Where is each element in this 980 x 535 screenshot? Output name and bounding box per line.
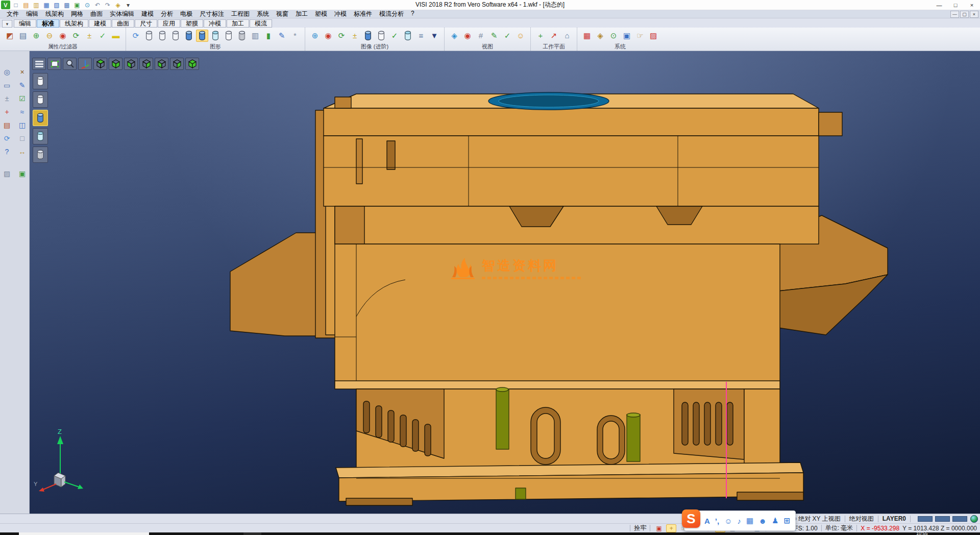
regen-icon[interactable]: ⟳ <box>130 30 142 42</box>
measure-icon[interactable]: ↔ <box>16 146 29 157</box>
preview-icon[interactable]: ⊙ <box>83 1 92 9</box>
style-shaded-edges-icon[interactable] <box>196 30 208 42</box>
style-transparent-icon[interactable] <box>209 30 222 42</box>
lock-label[interactable]: 拴牢 <box>634 524 646 532</box>
view-fit-icon[interactable] <box>47 58 61 70</box>
minimize-button[interactable]: — <box>931 0 947 10</box>
mode-wireframe-icon[interactable] <box>33 73 48 89</box>
style-flat-icon[interactable] <box>223 30 235 42</box>
mdi-restore-button[interactable]: ▢ <box>960 11 969 18</box>
view-traffic-light-icon[interactable]: ◉ <box>461 30 474 42</box>
hide-entities-icon[interactable]: ⊖ <box>43 30 56 42</box>
save-as-icon[interactable]: ▧ <box>52 1 61 9</box>
tab-9[interactable]: 冲模 <box>204 19 226 28</box>
menu-item-15[interactable]: 塑模 <box>311 10 331 18</box>
visibility-refresh-icon[interactable]: ⟳ <box>70 30 82 42</box>
confirm-selection-icon[interactable]: ☑ <box>16 93 29 104</box>
menu-item-6[interactable]: 实体编辑 <box>106 10 138 18</box>
voice-input-icon[interactable]: ♪ <box>738 517 742 525</box>
view-verify-icon[interactable]: ✓ <box>501 30 513 42</box>
menu-item-5[interactable]: 曲面 <box>87 10 106 18</box>
view-iso-icon[interactable] <box>185 58 199 70</box>
menu-item-12[interactable]: 系统 <box>253 10 273 18</box>
style-wireframe-icon[interactable] <box>143 30 155 42</box>
menu-item-19[interactable]: ? <box>407 10 418 18</box>
adv-toggle-icon[interactable]: ± <box>349 30 361 42</box>
style-hidden-dashed-icon[interactable] <box>169 30 182 42</box>
mode-hidden-line-icon[interactable] <box>33 91 48 108</box>
pinyin-mode-icon[interactable]: A <box>704 517 710 525</box>
tab-6[interactable]: 尺寸 <box>135 19 157 28</box>
export-view-icon[interactable]: ▣ <box>16 168 29 179</box>
view-right-icon[interactable] <box>170 58 184 70</box>
skin-person-icon[interactable]: ☻ <box>758 517 767 525</box>
view-back-icon[interactable] <box>139 58 153 70</box>
adv-traffic-light-icon[interactable]: ◉ <box>322 30 334 42</box>
soft-keyboard-icon[interactable]: ▦ <box>746 516 753 525</box>
zoom-scale-icon[interactable]: ± <box>1 93 13 104</box>
edit-profile-icon[interactable]: ✎ <box>16 80 29 90</box>
view-annotate-icon[interactable]: ✎ <box>488 30 500 42</box>
adv-show-add-icon[interactable]: ⊕ <box>309 30 321 42</box>
sys-settings-icon[interactable]: ◈ <box>594 30 606 42</box>
new-file-icon[interactable]: □ <box>11 1 20 9</box>
toolbar-options-icon[interactable]: ▾ <box>124 1 133 9</box>
units-label[interactable]: 单位: 毫米 <box>825 524 853 532</box>
style-mesh-icon[interactable] <box>236 30 248 42</box>
filter-traffic-light-icon[interactable]: ◉ <box>57 30 69 42</box>
punctuation-icon[interactable]: ’, <box>715 517 719 525</box>
hide-all-icon[interactable]: ▬ <box>110 30 122 42</box>
split-window-icon[interactable]: ◫ <box>16 119 29 130</box>
tab-5[interactable]: 曲面 <box>112 19 134 28</box>
view-zoom-wand-icon[interactable]: ◈ <box>448 30 460 42</box>
view-grid-dim-icon[interactable]: # <box>475 30 487 42</box>
tab-1[interactable]: 编辑 <box>14 19 36 28</box>
view-zoom-fly-icon[interactable] <box>63 58 77 70</box>
capture-icon[interactable]: ◈ <box>113 1 122 9</box>
tab-8[interactable]: 塑膜 <box>181 19 203 28</box>
edit-delete-icon[interactable]: × <box>16 66 29 77</box>
adv-shaded-icon[interactable] <box>362 30 374 42</box>
show-entities-icon[interactable]: ⊕ <box>30 30 42 42</box>
style-edit-icon[interactable]: ✎ <box>276 30 288 42</box>
edit-spline-icon[interactable]: ≈ <box>16 106 29 117</box>
menu-item-11[interactable]: 工程图 <box>228 10 253 18</box>
redo-icon[interactable]: ↷ <box>103 1 112 9</box>
tab-4[interactable]: 建模 <box>89 19 111 28</box>
viewport-3d[interactable]: Z Y 智造资料网 <box>30 51 980 514</box>
workplane-view-hint[interactable]: 绝对 XY 上视图 <box>798 515 840 523</box>
menu-item-1[interactable]: 文件 <box>3 10 22 18</box>
menu-item-13[interactable]: 视窗 <box>273 10 292 18</box>
tab-7[interactable]: 应用 <box>158 19 180 28</box>
adv-refresh-icon[interactable]: ⟳ <box>335 30 348 42</box>
move-axes-icon[interactable]: + <box>1 106 13 117</box>
save-all-icon[interactable]: ▩ <box>62 1 71 9</box>
ime-logo-icon[interactable]: S <box>682 509 700 528</box>
tab-10[interactable]: 加工 <box>227 19 249 28</box>
view-menu-icon[interactable] <box>32 58 46 70</box>
insert-file-icon[interactable]: ▥ <box>32 1 41 9</box>
menu-item-8[interactable]: 分析 <box>157 10 177 18</box>
sys-grid-icon[interactable]: ▨ <box>647 30 659 42</box>
toolbar-dropdown-button[interactable]: ▾ <box>2 20 12 28</box>
skin-shirt-icon[interactable]: ♟ <box>772 516 778 525</box>
sys-tools-icon[interactable]: ⊙ <box>607 30 620 42</box>
mdi-close-button[interactable]: × <box>970 11 978 18</box>
globe-icon[interactable] <box>970 515 978 523</box>
show-all-icon[interactable]: ✓ <box>96 30 109 42</box>
adv-flat-icon[interactable] <box>375 30 387 42</box>
style-hidden-line-icon[interactable] <box>156 30 168 42</box>
style-shaded-icon[interactable] <box>183 30 195 42</box>
adv-clip-icon[interactable]: ≡ <box>415 30 427 42</box>
visibility-toggle-icon[interactable]: ± <box>83 30 95 42</box>
mdi-minimize-button[interactable]: — <box>950 11 959 18</box>
sys-colors-icon[interactable]: ▦ <box>581 30 593 42</box>
menu-item-9[interactable]: 电极 <box>177 10 196 18</box>
absolute-view-label[interactable]: 绝对视图 <box>849 515 874 523</box>
menu-item-16[interactable]: 冲模 <box>331 10 350 18</box>
undo-icon[interactable]: ↶ <box>93 1 102 9</box>
view-top-icon[interactable] <box>93 58 107 70</box>
tab-11[interactable]: 模流 <box>250 19 272 28</box>
mode-mesh-icon[interactable] <box>33 147 48 163</box>
menu-item-18[interactable]: 模流分析 <box>376 10 407 18</box>
